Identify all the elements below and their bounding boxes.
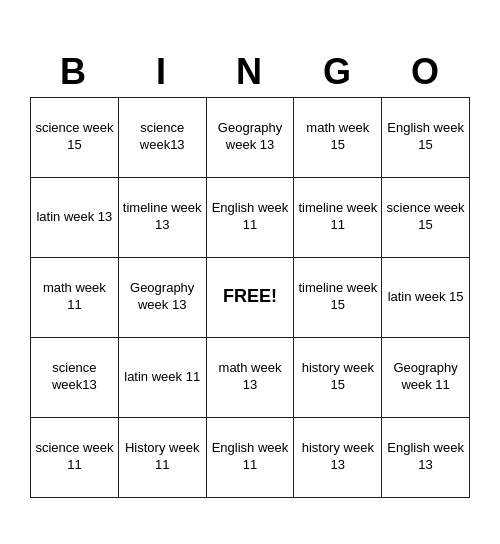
- bingo-cell-16[interactable]: latin week 11: [119, 338, 207, 418]
- bingo-cell-13[interactable]: timeline week 15: [294, 258, 382, 338]
- bingo-cell-0[interactable]: science week 15: [31, 98, 119, 178]
- bingo-cell-24[interactable]: English week 13: [382, 418, 470, 498]
- bingo-cell-1[interactable]: science week13: [119, 98, 207, 178]
- bingo-grid: science week 15science week13Geography w…: [30, 97, 470, 498]
- bingo-cell-22[interactable]: English week 11: [207, 418, 295, 498]
- bingo-cell-7[interactable]: English week 11: [207, 178, 295, 258]
- bingo-cell-9[interactable]: science week 15: [382, 178, 470, 258]
- bingo-cell-3[interactable]: math week 15: [294, 98, 382, 178]
- bingo-cell-18[interactable]: history week 15: [294, 338, 382, 418]
- bingo-cell-4[interactable]: English week 15: [382, 98, 470, 178]
- header-b: B: [30, 47, 118, 97]
- header-n: N: [206, 47, 294, 97]
- bingo-cell-17[interactable]: math week 13: [207, 338, 295, 418]
- header-o: O: [382, 47, 470, 97]
- bingo-cell-11[interactable]: Geography week 13: [119, 258, 207, 338]
- bingo-cell-20[interactable]: science week 11: [31, 418, 119, 498]
- bingo-cell-12[interactable]: FREE!: [207, 258, 295, 338]
- bingo-cell-23[interactable]: history week 13: [294, 418, 382, 498]
- bingo-card: B I N G O science week 15science week13G…: [20, 37, 480, 508]
- bingo-cell-10[interactable]: math week 11: [31, 258, 119, 338]
- bingo-cell-6[interactable]: timeline week 13: [119, 178, 207, 258]
- bingo-cell-21[interactable]: History week 11: [119, 418, 207, 498]
- bingo-cell-14[interactable]: latin week 15: [382, 258, 470, 338]
- header-i: I: [118, 47, 206, 97]
- header-g: G: [294, 47, 382, 97]
- bingo-cell-2[interactable]: Geography week 13: [207, 98, 295, 178]
- bingo-cell-8[interactable]: timeline week 11: [294, 178, 382, 258]
- bingo-cell-15[interactable]: science week13: [31, 338, 119, 418]
- bingo-cell-5[interactable]: latin week 13: [31, 178, 119, 258]
- bingo-cell-19[interactable]: Geography week 11: [382, 338, 470, 418]
- bingo-header: B I N G O: [30, 47, 470, 97]
